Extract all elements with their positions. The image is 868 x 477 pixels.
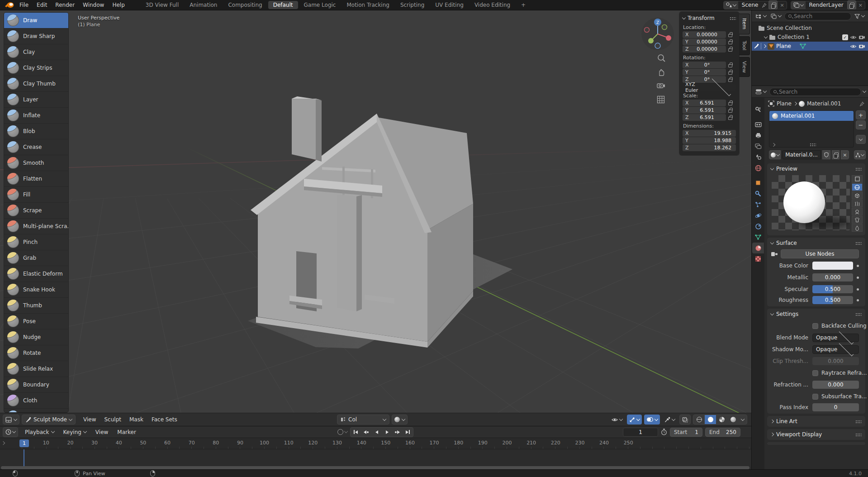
- next-keyframe-button[interactable]: [392, 428, 403, 437]
- browse-material-button[interactable]: [769, 150, 781, 159]
- gizmo-y-neg-axis[interactable]: [662, 25, 667, 30]
- specular-slider[interactable]: 0.500: [812, 285, 853, 293]
- workspace-tab[interactable]: Animation: [185, 1, 222, 9]
- animate-dot-icon[interactable]: [857, 288, 859, 291]
- tool-button[interactable]: Pose: [4, 314, 68, 329]
- jump-to-start-button[interactable]: [351, 428, 361, 437]
- hide-eye-icon[interactable]: [850, 44, 857, 49]
- tool-button[interactable]: Nudge: [4, 329, 68, 345]
- new-layer-button[interactable]: [847, 0, 856, 10]
- preview-cloth-button[interactable]: [852, 216, 863, 224]
- copy-material-button[interactable]: [832, 150, 840, 159]
- color-attribute-selector[interactable]: Col: [337, 415, 389, 425]
- disable-camera-icon[interactable]: [859, 34, 865, 40]
- expand-icon[interactable]: [763, 44, 766, 48]
- preview-cube-button[interactable]: [852, 191, 863, 199]
- material-slot-list[interactable]: Material.001: [769, 110, 854, 148]
- material-name-field[interactable]: Material.0...: [782, 150, 821, 159]
- pass-index-field[interactable]: 0: [812, 403, 859, 411]
- tab-world[interactable]: [752, 162, 764, 173]
- properties-editor-type[interactable]: [754, 87, 768, 97]
- tab-object-data[interactable]: [752, 232, 764, 243]
- surface-panel-header[interactable]: Surface: [767, 238, 865, 248]
- menu-item[interactable]: Help: [108, 0, 128, 10]
- raytrace-refraction-checkbox[interactable]: [812, 370, 818, 376]
- number-field[interactable]: X0°: [683, 62, 726, 68]
- new-scene-button[interactable]: [768, 0, 778, 10]
- material-nodes-filter-button[interactable]: [854, 150, 866, 159]
- tab-render[interactable]: [752, 119, 764, 130]
- tab-scene[interactable]: [752, 152, 764, 162]
- workspace-tab[interactable]: +: [516, 1, 531, 9]
- subsurface-translucency-checkbox[interactable]: [812, 394, 818, 400]
- use-nodes-button[interactable]: Use Nodes: [781, 249, 859, 258]
- lock-icon[interactable]: [728, 102, 732, 105]
- scene-browse-button[interactable]: [724, 1, 738, 9]
- jump-to-end-button[interactable]: [403, 428, 413, 437]
- mask-visibility-dropdown[interactable]: [609, 415, 625, 425]
- tool-button[interactable]: Draw: [4, 13, 68, 29]
- editor-type-button[interactable]: [3, 415, 19, 425]
- chevron-down-icon[interactable]: [863, 89, 866, 93]
- workspace-tab[interactable]: Scripting: [395, 1, 429, 9]
- workspace-tab[interactable]: UV Editing: [430, 1, 469, 9]
- menu-keying[interactable]: Keying: [59, 429, 90, 435]
- shading-rendered-button[interactable]: [727, 415, 739, 425]
- tab-texture[interactable]: [752, 253, 764, 264]
- outliner-row-scene-collection[interactable]: Scene Collection: [752, 24, 868, 33]
- sidebar-tab-item[interactable]: Item: [739, 14, 750, 34]
- preview-flat-button[interactable]: [852, 175, 863, 183]
- play-reverse-button[interactable]: [371, 428, 382, 437]
- tool-button[interactable]: Blob: [4, 124, 68, 139]
- tool-button[interactable]: Slide Relax: [4, 361, 68, 377]
- tab-material[interactable]: [752, 243, 764, 253]
- tab-physics[interactable]: [752, 210, 764, 221]
- tool-button[interactable]: Scrape: [4, 203, 68, 219]
- number-field[interactable]: Y6.591: [683, 107, 726, 114]
- playhead-line[interactable]: [24, 449, 24, 466]
- collapsed-panel[interactable]: Viewport Display: [767, 429, 865, 440]
- tool-button[interactable]: Snake Hook: [4, 282, 68, 298]
- outliner-row-plane[interactable]: Plane: [752, 42, 868, 51]
- workspace-tab[interactable]: Default: [268, 1, 298, 9]
- tool-button[interactable]: Boundary: [4, 377, 68, 393]
- viewport-menu-item[interactable]: View: [79, 416, 100, 423]
- refraction-depth-field[interactable]: 0.000: [812, 381, 859, 389]
- tab-particles[interactable]: [752, 199, 764, 210]
- gizmos-toggle[interactable]: [627, 415, 642, 425]
- menu-item[interactable]: Edit: [33, 0, 51, 10]
- preview-shaderball-button[interactable]: [852, 208, 863, 215]
- current-frame-badge[interactable]: 1: [19, 439, 29, 447]
- add-slot-button[interactable]: +: [856, 110, 866, 119]
- menu-playback[interactable]: Playback: [21, 429, 58, 435]
- sidebar-tab-view[interactable]: View: [739, 57, 750, 77]
- grip-icon[interactable]: [810, 143, 816, 146]
- collapsed-panel[interactable]: Line Art: [767, 416, 865, 427]
- collapsed-panel-cut[interactable]: [767, 442, 865, 445]
- shading-material-button[interactable]: [716, 415, 727, 425]
- lock-icon[interactable]: [728, 48, 732, 52]
- breadcrumb-object[interactable]: Plane: [777, 100, 792, 107]
- lock-icon[interactable]: [728, 64, 732, 67]
- collapse-icon[interactable]: [682, 15, 686, 19]
- outliner-search-input[interactable]: Search: [784, 12, 851, 20]
- timeline-ruler[interactable]: 1020304050607080901001101201301401501601…: [0, 438, 751, 449]
- preview-panel-header[interactable]: Preview: [767, 163, 865, 174]
- outliner-filter-display[interactable]: [769, 11, 783, 21]
- overlays-toggle[interactable]: [644, 415, 660, 425]
- gizmo-x-axis[interactable]: [666, 35, 671, 41]
- animate-dot-icon[interactable]: [857, 265, 859, 267]
- workspace-tab[interactable]: Compositing: [223, 1, 267, 9]
- annotate-tool-dropdown[interactable]: [662, 415, 677, 425]
- frame-end-field[interactable]: End250: [705, 428, 740, 437]
- base-color-swatch[interactable]: [812, 262, 853, 270]
- tool-button[interactable]: Smooth: [4, 155, 68, 171]
- breadcrumb-material[interactable]: Material.001: [807, 100, 841, 107]
- pan-view-hand-icon[interactable]: [657, 68, 666, 76]
- properties-search-input[interactable]: Search: [769, 88, 861, 96]
- number-field[interactable]: Z18.262: [683, 144, 736, 151]
- outliner-filter-button[interactable]: [853, 11, 866, 21]
- scrollbar-thumb[interactable]: [1, 466, 749, 469]
- lock-icon[interactable]: [728, 72, 732, 75]
- roughness-slider[interactable]: 0.500: [812, 296, 853, 304]
